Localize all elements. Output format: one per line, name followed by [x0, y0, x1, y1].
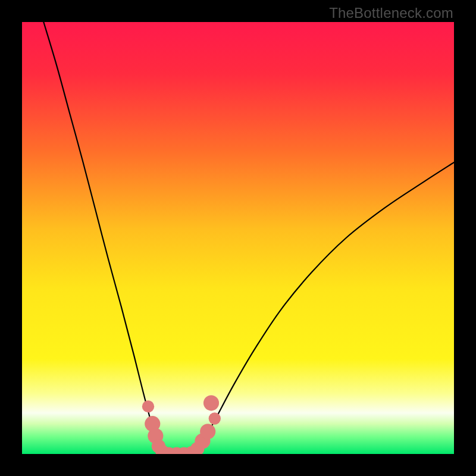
marker-point	[200, 424, 215, 439]
gradient-background	[22, 22, 454, 454]
outer-frame: TheBottleneck.com	[0, 0, 476, 476]
bottleneck-chart	[22, 22, 454, 454]
watermark-text: TheBottleneck.com	[329, 5, 453, 21]
marker-point	[142, 400, 154, 412]
marker-point	[209, 412, 221, 424]
marker-point	[203, 395, 219, 411]
plot-area	[22, 22, 454, 454]
